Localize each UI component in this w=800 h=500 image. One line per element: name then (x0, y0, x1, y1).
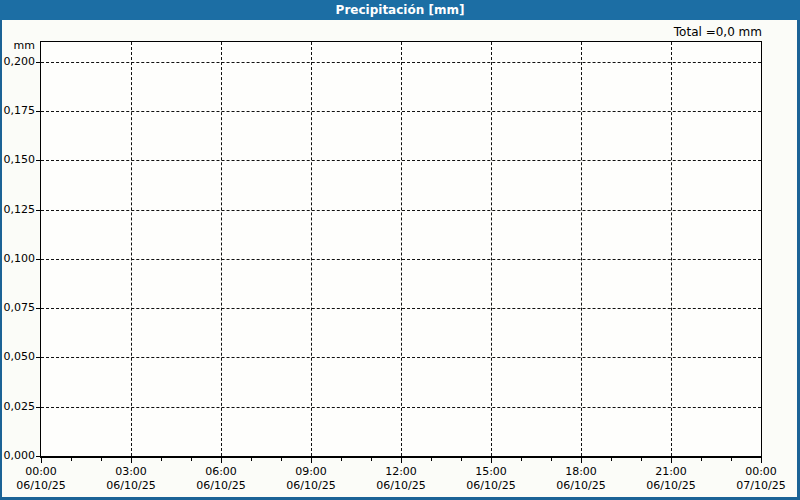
x-tick-time-label: 21:00 (636, 465, 706, 479)
y-tick-mark (36, 62, 40, 63)
total-precipitation-label: Total =0,0 mm (674, 25, 762, 39)
x-major-tick-mark (311, 458, 312, 463)
x-major-tick-mark (41, 458, 42, 463)
x-tick-time-label: 18:00 (546, 465, 616, 479)
x-minor-tick-mark (371, 458, 372, 461)
x-tick-time-label: 12:00 (366, 465, 436, 479)
chart-title: Precipitación [mm] (336, 3, 465, 17)
y-tick-label: 0,150 (0, 153, 35, 167)
x-tick-date-label: 06/10/25 (186, 479, 256, 493)
y-tick-label: 0,000 (0, 449, 35, 463)
x-minor-tick-mark (101, 458, 102, 461)
v-gridline (401, 42, 402, 456)
v-gridline (581, 42, 582, 456)
x-tick-date-label: 06/10/25 (6, 479, 76, 493)
x-minor-tick-mark (701, 458, 702, 461)
x-tick-label: 09:0006/10/25 (276, 465, 346, 492)
x-minor-tick-mark (341, 458, 342, 461)
x-tick-date-label: 06/10/25 (276, 479, 346, 493)
x-minor-tick-mark (191, 458, 192, 461)
x-major-tick-mark (491, 458, 492, 463)
x-minor-tick-mark (611, 458, 612, 461)
x-tick-label: 12:0006/10/25 (366, 465, 436, 492)
y-tick-label: 0,025 (0, 400, 35, 414)
x-tick-label: 18:0006/10/25 (546, 465, 616, 492)
x-tick-time-label: 00:00 (6, 465, 76, 479)
y-tick-label: 0,100 (0, 252, 35, 266)
y-tick-mark (36, 308, 40, 309)
x-minor-tick-mark (251, 458, 252, 461)
y-tick-mark (36, 407, 40, 408)
x-major-tick-mark (131, 458, 132, 463)
x-tick-time-label: 03:00 (96, 465, 166, 479)
y-tick-mark (36, 210, 40, 211)
x-tick-label: 06:0006/10/25 (186, 465, 256, 492)
y-tick-mark (36, 111, 40, 112)
x-tick-date-label: 06/10/25 (366, 479, 436, 493)
x-tick-time-label: 09:00 (276, 465, 346, 479)
y-tick-mark (36, 357, 40, 358)
x-tick-date-label: 06/10/25 (96, 479, 166, 493)
y-tick-mark (36, 456, 40, 457)
y-tick-mark (36, 160, 40, 161)
v-gridline (671, 42, 672, 456)
x-tick-label: 15:0006/10/25 (456, 465, 526, 492)
v-gridline (311, 42, 312, 456)
x-tick-date-label: 06/10/25 (456, 479, 526, 493)
x-minor-tick-mark (521, 458, 522, 461)
y-tick-label: 0,175 (0, 104, 35, 118)
x-minor-tick-mark (281, 458, 282, 461)
y-tick-label: 0,125 (0, 203, 35, 217)
x-major-tick-mark (401, 458, 402, 463)
x-tick-time-label: 06:00 (186, 465, 256, 479)
x-minor-tick-mark (431, 458, 432, 461)
x-minor-tick-mark (551, 458, 552, 461)
x-major-tick-mark (761, 458, 762, 463)
x-major-tick-mark (581, 458, 582, 463)
x-tick-label: 03:0006/10/25 (96, 465, 166, 492)
x-tick-date-label: 06/10/25 (546, 479, 616, 493)
x-minor-tick-mark (641, 458, 642, 461)
x-tick-date-label: 06/10/25 (636, 479, 706, 493)
v-gridline (221, 42, 222, 456)
x-tick-time-label: 00:00 (726, 465, 796, 479)
plot-area (40, 41, 762, 458)
y-tick-mark (36, 259, 40, 260)
x-tick-label: 00:0007/10/25 (726, 465, 796, 492)
x-major-tick-mark (671, 458, 672, 463)
x-tick-time-label: 15:00 (456, 465, 526, 479)
y-tick-label: 0,075 (0, 301, 35, 315)
v-gridline (491, 42, 492, 456)
x-minor-tick-mark (161, 458, 162, 461)
y-axis-unit-label: mm (0, 40, 35, 52)
x-minor-tick-mark (71, 458, 72, 461)
y-tick-label: 0,050 (0, 350, 35, 364)
x-tick-label: 21:0006/10/25 (636, 465, 706, 492)
x-tick-label: 00:0006/10/25 (6, 465, 76, 492)
x-minor-tick-mark (731, 458, 732, 461)
x-major-tick-mark (221, 458, 222, 463)
v-gridline (131, 42, 132, 456)
precipitation-chart-window: Precipitación [mm] Total =0,0 mm mm 0,20… (0, 0, 800, 500)
y-tick-label: 0,200 (0, 55, 35, 69)
x-minor-tick-mark (461, 458, 462, 461)
chart-title-bar: Precipitación [mm] (0, 0, 800, 20)
x-tick-date-label: 07/10/25 (726, 479, 796, 493)
